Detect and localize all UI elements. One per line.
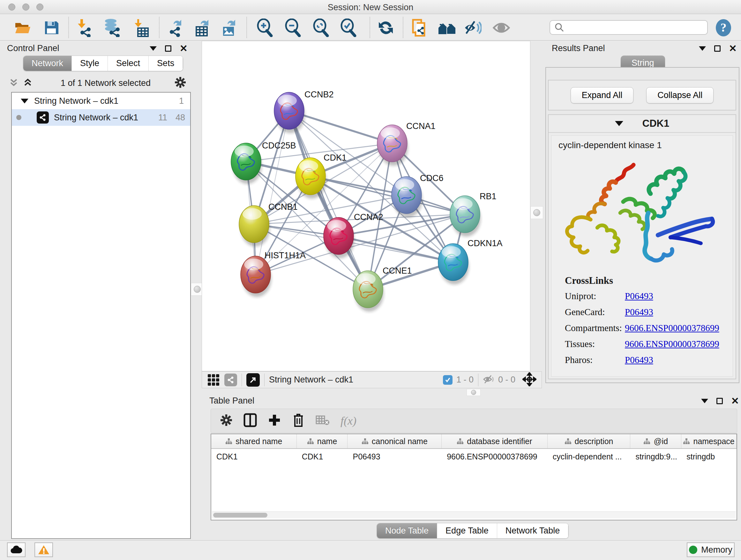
network-row[interactable]: String Network – cdk1 11 48 bbox=[12, 109, 190, 126]
detach-view-icon[interactable] bbox=[246, 373, 260, 387]
first-neighbors-icon[interactable] bbox=[438, 19, 456, 37]
export-image-icon[interactable] bbox=[219, 19, 238, 37]
gene-section-expander-icon[interactable] bbox=[615, 121, 623, 126]
help-icon[interactable]: ? bbox=[714, 19, 733, 37]
table-horizontal-scrollbar[interactable] bbox=[212, 511, 736, 518]
float-panel-icon[interactable] bbox=[701, 399, 708, 403]
maximize-panel-icon[interactable] bbox=[714, 45, 721, 52]
memory-button[interactable]: Memory bbox=[687, 543, 735, 557]
collapse-all-icon[interactable] bbox=[9, 78, 18, 88]
column-header-id[interactable]: @id bbox=[630, 434, 681, 448]
maximize-panel-icon[interactable] bbox=[165, 45, 172, 52]
horizontal-splitter-handle[interactable] bbox=[467, 389, 481, 396]
table-cell[interactable]: CDK1 bbox=[211, 449, 297, 465]
network-canvas[interactable]: CCNB2CCNA1CDC25BCDK1CDC6RB1CCNB1CCNA2CDK… bbox=[202, 41, 530, 371]
show-all-icon[interactable] bbox=[492, 19, 511, 37]
crosslink-link[interactable]: P06493 bbox=[625, 355, 653, 365]
pan-mode-icon[interactable] bbox=[522, 372, 536, 388]
network-collection-row[interactable]: String Network – cdk1 1 bbox=[12, 92, 190, 109]
add-column-icon[interactable] bbox=[268, 414, 281, 428]
show-columns-icon[interactable] bbox=[244, 413, 257, 428]
network-node-cdc25b[interactable] bbox=[231, 143, 262, 184]
import-network-from-file-icon[interactable] bbox=[75, 19, 94, 37]
table-cell[interactable]: stringdb:9... bbox=[630, 449, 681, 465]
close-panel-icon[interactable]: ✕ bbox=[180, 45, 188, 52]
right-splitter-handle[interactable] bbox=[530, 206, 543, 219]
network-node-ccna1[interactable] bbox=[377, 125, 408, 166]
expand-all-icon[interactable] bbox=[23, 78, 32, 88]
float-panel-icon[interactable] bbox=[699, 46, 706, 51]
search-field[interactable] bbox=[549, 20, 708, 35]
column-header-name[interactable]: name bbox=[297, 434, 348, 448]
network-edge[interactable] bbox=[289, 111, 368, 289]
network-node-hist1h1a[interactable] bbox=[241, 256, 271, 297]
import-network-from-database-icon[interactable] bbox=[103, 19, 121, 37]
tab-network[interactable]: Network bbox=[23, 56, 72, 71]
tab-node-table[interactable]: Node Table bbox=[377, 523, 437, 538]
table-options-gear-icon[interactable] bbox=[220, 414, 232, 428]
column-header-database-identifier[interactable]: database identifier bbox=[442, 434, 548, 448]
open-session-icon[interactable] bbox=[13, 19, 32, 37]
tab-network-table[interactable]: Network Table bbox=[497, 523, 569, 538]
cloud-status-button[interactable] bbox=[7, 543, 25, 557]
crosslink-link[interactable]: 9606.ENSP00000378699 bbox=[625, 339, 719, 349]
network-options-gear-icon[interactable] bbox=[174, 76, 186, 90]
table-cell[interactable]: 9606.ENSP00000378699 bbox=[442, 449, 548, 465]
close-panel-icon[interactable]: ✕ bbox=[731, 398, 739, 404]
birds-eye-view-icon[interactable] bbox=[208, 374, 219, 386]
expand-all-button[interactable]: Expand All bbox=[570, 87, 634, 104]
tab-style[interactable]: Style bbox=[72, 56, 108, 71]
collapse-all-button[interactable]: Collapse All bbox=[646, 87, 714, 104]
tab-edge-table[interactable]: Edge Table bbox=[437, 523, 497, 538]
network-node-rb1[interactable] bbox=[450, 196, 481, 237]
zoom-fit-icon[interactable] bbox=[312, 19, 330, 37]
table-cell[interactable]: P06493 bbox=[347, 449, 442, 465]
network-overview-icon[interactable] bbox=[224, 374, 237, 386]
collection-expander-icon[interactable] bbox=[21, 99, 28, 104]
column-header-namespace[interactable]: namespace bbox=[681, 434, 737, 448]
network-node-cdc6[interactable] bbox=[392, 177, 422, 217]
network-node-ccnb2[interactable] bbox=[274, 92, 305, 133]
close-panel-icon[interactable]: ✕ bbox=[729, 45, 737, 52]
network-node-cdk1[interactable] bbox=[295, 158, 326, 199]
duplicate-network-icon[interactable] bbox=[410, 19, 429, 37]
import-table-from-file-icon[interactable] bbox=[132, 19, 151, 37]
table-cell[interactable]: CDK1 bbox=[297, 449, 348, 465]
selected-items-checkbox-icon[interactable] bbox=[443, 375, 453, 385]
column-header-canonical-name[interactable]: canonical name bbox=[347, 434, 442, 448]
scrollbar-thumb[interactable] bbox=[213, 513, 267, 517]
tab-sets[interactable]: Sets bbox=[149, 56, 183, 71]
table-cell[interactable]: stringdb bbox=[681, 449, 737, 465]
table-cell[interactable]: cyclin-dependent ... bbox=[548, 449, 630, 465]
table-row[interactable]: CDK1CDK1P064939606.ENSP00000378699cyclin… bbox=[211, 449, 737, 465]
tab-select[interactable]: Select bbox=[108, 56, 149, 71]
network-edge[interactable] bbox=[339, 236, 453, 262]
zoom-selected-icon[interactable] bbox=[339, 19, 357, 37]
network-edge-count: 48 bbox=[176, 113, 185, 123]
warnings-button[interactable] bbox=[35, 543, 53, 557]
export-table-icon[interactable] bbox=[193, 19, 211, 37]
delete-table-icon[interactable] bbox=[316, 415, 330, 427]
search-input[interactable] bbox=[567, 21, 707, 34]
network-node-ccne1[interactable] bbox=[353, 271, 384, 312]
delete-column-icon[interactable] bbox=[292, 413, 305, 429]
zoom-in-icon[interactable] bbox=[255, 19, 274, 37]
function-builder-icon[interactable]: f(x) bbox=[340, 414, 356, 428]
column-header-shared-name[interactable]: shared name bbox=[211, 434, 297, 448]
zoom-out-icon[interactable] bbox=[283, 19, 302, 37]
network-node-ccna2[interactable] bbox=[324, 217, 354, 258]
crosslink-link[interactable]: 9606.ENSP00000378699 bbox=[625, 323, 719, 333]
column-header-description[interactable]: description bbox=[548, 434, 630, 448]
node-table[interactable]: shared namenamecanonical namedatabase id… bbox=[211, 434, 737, 520]
gene-section-header[interactable]: CDK1 bbox=[549, 115, 736, 133]
network-node-cdkn1a[interactable] bbox=[438, 244, 469, 285]
crosslink-link[interactable]: P06493 bbox=[625, 307, 653, 317]
refresh-view-icon[interactable] bbox=[377, 19, 395, 37]
hide-selected-icon[interactable] bbox=[463, 19, 482, 37]
save-session-icon[interactable] bbox=[42, 19, 61, 37]
network-node-ccnb1[interactable] bbox=[239, 206, 270, 246]
maximize-panel-icon[interactable] bbox=[717, 398, 723, 404]
crosslink-link[interactable]: P06493 bbox=[625, 291, 653, 301]
float-panel-icon[interactable] bbox=[150, 46, 157, 51]
export-network-icon[interactable] bbox=[165, 19, 184, 37]
